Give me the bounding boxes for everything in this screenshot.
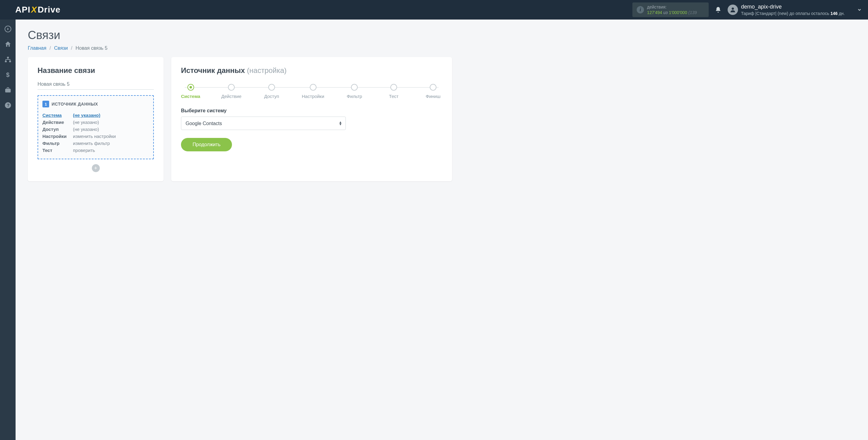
step-label: Настройки [302,94,324,99]
logo[interactable]: APIXDrive [15,5,60,14]
cfg-row-1[interactable]: Действие(не указано) [42,119,149,126]
step-circle [390,84,397,91]
step-circle [430,84,436,91]
system-select-label: Выберите систему [181,108,442,114]
cfg-value: (не указано) [73,120,99,125]
step-5[interactable]: Тест [384,84,403,99]
svg-point-0 [732,8,734,10]
cfg-value: изменить фильтр [73,141,110,146]
cfg-label: Настройки [42,134,73,139]
logo-drive: Drive [37,5,60,14]
sidebar-item-home[interactable] [0,37,16,51]
logo-api: API [15,5,31,14]
cfg-row-4[interactable]: Фильтризменить фильтр [42,140,149,147]
page-title: Связи [28,29,856,42]
actions-box[interactable]: i действия: 127'494 из 1'000'000 (139 [632,2,709,17]
card-connection-name: Название связи 1 ИСТОЧНИК ДАННЫХ Система… [28,57,163,181]
cfg-row-5[interactable]: Тестпроверить [42,147,149,154]
box-title: ИСТОЧНИК ДАННЫХ [52,102,98,106]
cfg-value: (не указано) [73,113,100,118]
actions-of: из [663,10,668,15]
step-circle [228,84,235,91]
main-content: Связи Главная / Связи / Новая связь 5 На… [16,20,868,440]
svg-rect-3 [5,61,7,62]
actions-count: 127'494 [647,10,662,15]
breadcrumb: Главная / Связи / Новая связь 5 [28,45,856,51]
step-3[interactable]: Настройки [302,84,324,99]
user-menu[interactable]: demo_apix-drive Тариф |Стандарт| (new) д… [727,3,862,16]
actions-suffix: (139 [688,10,697,15]
system-select[interactable]: Google Contacts [181,117,346,130]
step-circle [187,84,194,91]
actions-label: действия: [647,4,697,10]
cfg-row-3[interactable]: Настройкиизменить настройки [42,133,149,140]
step-circle [310,84,316,91]
svg-text:$: $ [6,71,9,78]
svg-rect-2 [7,57,9,58]
step-6[interactable]: Финиш [424,84,442,99]
svg-text:?: ? [7,103,9,108]
connection-name-input[interactable] [37,80,154,90]
cfg-label: Фильтр [42,141,73,146]
cfg-value: изменить настройки [73,134,116,139]
source-config-box: 1 ИСТОЧНИК ДАННЫХ Система(не указано)Дей… [37,95,154,159]
add-block-button[interactable]: + [92,164,100,172]
user-text: demo_apix-drive Тариф |Стандарт| (new) д… [741,3,845,16]
logo-x: X [31,5,37,14]
card-source-setup: Источник данных (настройка) СистемаДейст… [171,57,452,181]
step-label: Доступ [264,94,279,99]
user-plan: Тариф |Стандарт| (new) до оплаты осталос… [741,11,845,16]
sidebar-item-briefcase[interactable] [0,83,16,97]
left-card-title: Название связи [37,66,154,75]
actions-text: действия: 127'494 из 1'000'000 (139 [647,4,697,15]
chevron-down-icon [857,7,862,12]
sidebar-item-enter[interactable] [0,22,16,36]
box-number: 1 [42,101,49,107]
cfg-value: (не указано) [73,127,99,132]
sidebar-item-help[interactable]: ? [0,98,16,112]
right-card-title: Источник данных (настройка) [181,66,442,75]
avatar-icon [727,5,738,15]
actions-total: 1'000'000 [669,10,687,15]
step-circle [268,84,275,91]
cfg-label: Доступ [42,127,73,132]
step-circle [351,84,358,91]
cfg-value: проверить [73,148,95,153]
info-icon: i [637,6,644,13]
cfg-label: Система [42,113,73,118]
continue-button[interactable]: Продолжить [181,138,232,151]
cfg-label: Тест [42,148,73,153]
step-label: Фильтр [347,94,362,99]
breadcrumb-links[interactable]: Связи [54,45,68,51]
svg-rect-4 [9,61,11,62]
breadcrumb-home[interactable]: Главная [28,45,46,51]
header: APIXDrive i действия: 127'494 из 1'000'0… [0,0,868,20]
step-label: Тест [389,94,399,99]
cfg-row-2[interactable]: Доступ(не указано) [42,126,149,133]
sidebar-item-connections[interactable] [0,53,16,66]
sidebar: $ ? [0,20,16,440]
stepper: СистемаДействиеДоступНастройкиФильтрТест… [181,84,442,99]
svg-rect-6 [5,89,11,92]
cfg-label: Действие [42,120,73,125]
step-4[interactable]: Фильтр [345,84,364,99]
step-label: Финиш [426,94,440,99]
cfg-row-0[interactable]: Система(не указано) [42,112,149,119]
step-1[interactable]: Действие [221,84,241,99]
step-0[interactable]: Система [181,84,200,99]
system-select-wrap: Google Contacts ▲▼ [181,117,346,130]
bell-icon[interactable] [715,6,721,13]
step-label: Действие [221,94,241,99]
user-name: demo_apix-drive [741,3,845,10]
step-2[interactable]: Доступ [262,84,281,99]
breadcrumb-current: Новая связь 5 [75,45,107,51]
step-label: Система [181,94,200,99]
sidebar-item-billing[interactable]: $ [0,68,16,82]
